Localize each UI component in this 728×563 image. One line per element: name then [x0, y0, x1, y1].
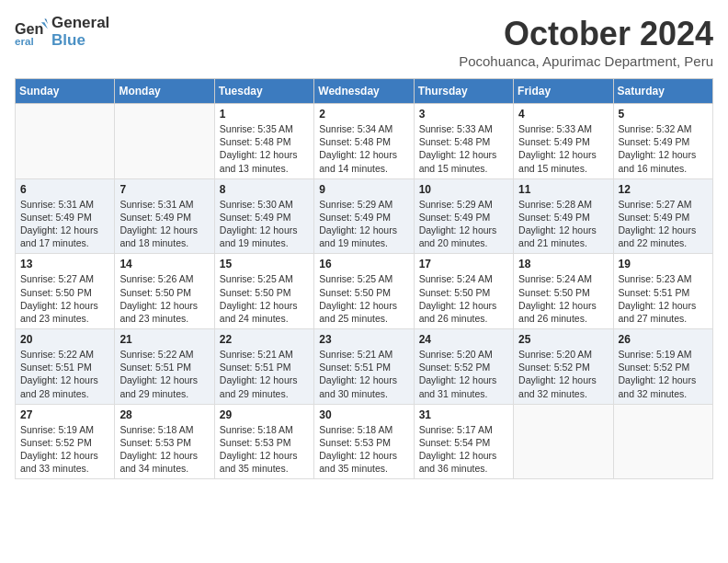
sunset-text: Sunset: 5:52 PM: [518, 361, 608, 373]
day-info: Sunrise: 5:28 AMSunset: 5:49 PMDaylight:…: [518, 198, 608, 250]
sunset-text: Sunset: 5:50 PM: [518, 286, 608, 299]
sunrise-text: Sunrise: 5:33 AM: [419, 122, 508, 135]
calendar-cell: 3Sunrise: 5:33 AMSunset: 5:48 PMDaylight…: [414, 104, 513, 179]
sunset-text: Sunset: 5:51 PM: [619, 286, 708, 299]
sunset-text: Sunset: 5:48 PM: [220, 135, 309, 148]
logo-icon: Gen eral: [15, 16, 48, 49]
calendar-cell: 10Sunrise: 5:29 AMSunset: 5:49 PMDayligh…: [414, 178, 513, 254]
sunrise-text: Sunrise: 5:32 AM: [619, 122, 708, 135]
sunrise-text: Sunrise: 5:22 AM: [20, 348, 109, 361]
calendar-cell: 28Sunrise: 5:18 AMSunset: 5:53 PMDayligh…: [115, 404, 214, 479]
day-number: 20: [20, 333, 109, 346]
day-info: Sunrise: 5:24 AMSunset: 5:50 PMDaylight:…: [518, 272, 608, 325]
day-info: Sunrise: 5:33 AMSunset: 5:49 PMDaylight:…: [518, 122, 608, 175]
calendar-cell: 25Sunrise: 5:20 AMSunset: 5:52 PMDayligh…: [514, 329, 613, 405]
daylight-text: Daylight: 12 hours and 35 minutes.: [220, 449, 309, 475]
daylight-text: Daylight: 12 hours and 22 minutes.: [619, 224, 708, 249]
column-header-tuesday: Tuesday: [214, 79, 313, 104]
daylight-text: Daylight: 12 hours and 13 minutes.: [220, 148, 309, 174]
sunset-text: Sunset: 5:51 PM: [319, 361, 408, 373]
sunset-text: Sunset: 5:53 PM: [119, 436, 209, 449]
column-header-wednesday: Wednesday: [314, 79, 414, 104]
day-number: 30: [319, 408, 408, 421]
sunset-text: Sunset: 5:52 PM: [20, 436, 109, 449]
day-info: Sunrise: 5:32 AMSunset: 5:49 PMDaylight:…: [619, 122, 708, 175]
sunset-text: Sunset: 5:50 PM: [419, 286, 508, 299]
sunset-text: Sunset: 5:49 PM: [619, 211, 708, 224]
logo: Gen eral General Blue: [15, 15, 109, 49]
daylight-text: Daylight: 12 hours and 23 minutes.: [20, 299, 109, 325]
day-info: Sunrise: 5:31 AMSunset: 5:49 PMDaylight:…: [20, 198, 109, 250]
day-info: Sunrise: 5:19 AMSunset: 5:52 PMDaylight:…: [20, 423, 109, 476]
sunset-text: Sunset: 5:51 PM: [220, 361, 309, 373]
calendar-cell: 4Sunrise: 5:33 AMSunset: 5:49 PMDaylight…: [514, 104, 613, 179]
day-number: 8: [220, 183, 309, 196]
sunrise-text: Sunrise: 5:29 AM: [419, 198, 508, 211]
day-number: 16: [319, 258, 408, 270]
day-number: 22: [220, 333, 309, 346]
sunrise-text: Sunrise: 5:25 AM: [319, 272, 408, 285]
day-number: 29: [220, 408, 309, 421]
daylight-text: Daylight: 12 hours and 30 minutes.: [319, 373, 408, 399]
sunrise-text: Sunrise: 5:25 AM: [220, 272, 309, 285]
calendar-cell: 23Sunrise: 5:21 AMSunset: 5:51 PMDayligh…: [314, 329, 414, 405]
day-info: Sunrise: 5:31 AMSunset: 5:49 PMDaylight:…: [119, 198, 209, 250]
day-info: Sunrise: 5:20 AMSunset: 5:52 PMDaylight:…: [518, 348, 608, 400]
daylight-text: Daylight: 12 hours and 32 minutes.: [518, 373, 608, 399]
day-number: 28: [119, 408, 209, 421]
sunset-text: Sunset: 5:49 PM: [619, 135, 708, 148]
sunrise-text: Sunrise: 5:21 AM: [319, 348, 408, 361]
daylight-text: Daylight: 12 hours and 26 minutes.: [419, 299, 508, 325]
day-number: 21: [119, 333, 209, 346]
sunset-text: Sunset: 5:48 PM: [319, 135, 408, 148]
calendar-cell: [514, 404, 613, 479]
calendar-cell: 18Sunrise: 5:24 AMSunset: 5:50 PMDayligh…: [514, 254, 613, 329]
day-info: Sunrise: 5:24 AMSunset: 5:50 PMDaylight:…: [419, 272, 508, 325]
sunrise-text: Sunrise: 5:19 AM: [20, 423, 109, 436]
calendar-cell: 26Sunrise: 5:19 AMSunset: 5:52 PMDayligh…: [613, 329, 712, 405]
calendar-cell: 31Sunrise: 5:17 AMSunset: 5:54 PMDayligh…: [414, 404, 513, 479]
calendar-cell: [16, 104, 115, 179]
sunset-text: Sunset: 5:50 PM: [20, 286, 109, 299]
day-info: Sunrise: 5:18 AMSunset: 5:53 PMDaylight:…: [119, 423, 209, 476]
daylight-text: Daylight: 12 hours and 26 minutes.: [518, 299, 608, 325]
calendar-week-row: 6Sunrise: 5:31 AMSunset: 5:49 PMDaylight…: [16, 178, 713, 254]
day-info: Sunrise: 5:18 AMSunset: 5:53 PMDaylight:…: [319, 423, 408, 476]
calendar-cell: [613, 404, 712, 479]
calendar-cell: 16Sunrise: 5:25 AMSunset: 5:50 PMDayligh…: [314, 254, 414, 329]
sunset-text: Sunset: 5:49 PM: [518, 135, 608, 148]
day-info: Sunrise: 5:22 AMSunset: 5:51 PMDaylight:…: [119, 348, 209, 400]
sunset-text: Sunset: 5:49 PM: [220, 211, 309, 224]
calendar-cell: 9Sunrise: 5:29 AMSunset: 5:49 PMDaylight…: [314, 178, 414, 254]
sunrise-text: Sunrise: 5:24 AM: [419, 272, 508, 285]
calendar-cell: 1Sunrise: 5:35 AMSunset: 5:48 PMDaylight…: [214, 104, 313, 179]
day-number: 26: [619, 333, 708, 346]
daylight-text: Daylight: 12 hours and 15 minutes.: [419, 148, 508, 174]
day-info: Sunrise: 5:26 AMSunset: 5:50 PMDaylight:…: [119, 272, 209, 325]
title-block: October 2024 Pocohuanca, Apurimac Depart…: [459, 15, 713, 69]
daylight-text: Daylight: 12 hours and 16 minutes.: [619, 148, 708, 174]
day-info: Sunrise: 5:21 AMSunset: 5:51 PMDaylight:…: [220, 348, 309, 400]
calendar-cell: 27Sunrise: 5:19 AMSunset: 5:52 PMDayligh…: [16, 404, 115, 479]
day-info: Sunrise: 5:29 AMSunset: 5:49 PMDaylight:…: [419, 198, 508, 250]
svg-text:Gen: Gen: [15, 19, 43, 36]
day-info: Sunrise: 5:30 AMSunset: 5:49 PMDaylight:…: [220, 198, 309, 250]
day-number: 27: [20, 408, 109, 421]
day-info: Sunrise: 5:35 AMSunset: 5:48 PMDaylight:…: [220, 122, 309, 175]
column-header-friday: Friday: [514, 79, 613, 104]
sunset-text: Sunset: 5:49 PM: [20, 211, 109, 224]
sunset-text: Sunset: 5:54 PM: [419, 436, 508, 449]
daylight-text: Daylight: 12 hours and 32 minutes.: [619, 373, 708, 399]
sunrise-text: Sunrise: 5:35 AM: [220, 122, 309, 135]
calendar-cell: 24Sunrise: 5:20 AMSunset: 5:52 PMDayligh…: [414, 329, 513, 405]
calendar-week-row: 27Sunrise: 5:19 AMSunset: 5:52 PMDayligh…: [16, 404, 713, 479]
calendar-cell: 7Sunrise: 5:31 AMSunset: 5:49 PMDaylight…: [115, 178, 214, 254]
page-header: Gen eral General Blue October 2024 Pocoh…: [15, 15, 713, 69]
sunrise-text: Sunrise: 5:26 AM: [119, 272, 209, 285]
sunrise-text: Sunrise: 5:31 AM: [119, 198, 209, 211]
daylight-text: Daylight: 12 hours and 15 minutes.: [518, 148, 608, 174]
daylight-text: Daylight: 12 hours and 19 minutes.: [220, 224, 309, 249]
sunrise-text: Sunrise: 5:33 AM: [518, 122, 608, 135]
sunrise-text: Sunrise: 5:19 AM: [619, 348, 708, 361]
sunrise-text: Sunrise: 5:28 AM: [518, 198, 608, 211]
